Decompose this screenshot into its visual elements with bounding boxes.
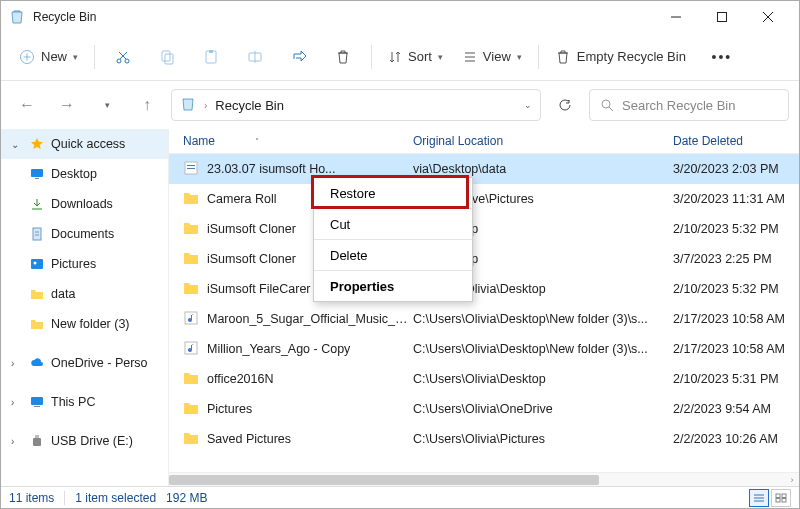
new-button[interactable]: New ▾ [11,39,86,75]
sidebar-item-pictures[interactable]: Pictures [1,249,168,279]
minimize-button[interactable] [653,1,699,33]
sidebar-item-label: data [51,287,75,301]
more-button[interactable]: ••• [702,39,742,75]
view-button[interactable]: View ▾ [455,39,530,75]
column-name[interactable]: Name ˄ [183,134,413,148]
new-label: New [41,49,67,64]
table-row[interactable]: office2016NC:\Users\Olivia\Desktop2/10/2… [169,364,799,394]
back-button[interactable]: ← [11,89,43,121]
column-original-location[interactable]: Original Location [413,134,673,148]
thumbnails-view-button[interactable] [771,489,791,507]
row-name: Pictures [207,402,413,416]
svg-rect-22 [31,169,43,177]
scroll-right-icon[interactable]: › [785,473,799,487]
chevron-down-icon[interactable]: ⌄ [524,100,532,110]
svg-rect-44 [782,498,786,502]
sidebar-item-downloads[interactable]: Downloads [1,189,168,219]
chevron-right-icon: › [204,100,207,111]
sidebar-item-usb[interactable]: › USB Drive (E:) [1,426,168,456]
scrollbar-thumb[interactable] [169,475,599,485]
row-location: C:\Users\Olivia\Desktop [413,372,673,386]
sort-label: Sort [408,49,432,64]
paste-button[interactable] [191,39,231,75]
chevron-down-icon: ⌄ [11,139,23,150]
sidebar-item-label: New folder (3) [51,317,130,331]
table-row[interactable]: Saved PicturesC:\Users\Olivia\Pictures2/… [169,424,799,454]
context-restore[interactable]: Restore [314,178,472,208]
search-icon [600,98,614,112]
row-date: 2/17/2023 10:58 AM [673,312,799,326]
sidebar-item-onedrive[interactable]: › OneDrive - Perso [1,348,168,378]
row-name: office2016N [207,372,413,386]
svg-rect-29 [31,397,43,405]
maximize-button[interactable] [699,1,745,33]
sidebar-item-documents[interactable]: Documents [1,219,168,249]
status-bar: 11 items 1 item selected 192 MB [1,486,799,508]
context-delete[interactable]: Delete [314,240,472,270]
row-date: 2/2/2023 9:54 AM [673,402,799,416]
svg-rect-14 [209,50,213,53]
share-button[interactable] [279,39,319,75]
sort-button[interactable]: Sort ▾ [380,39,451,75]
sidebar-item-this-pc[interactable]: › This PC [1,387,168,417]
folder-icon [29,286,45,302]
svg-point-7 [117,59,121,63]
context-properties[interactable]: Properties [314,271,472,301]
context-menu: Restore Cut Delete Properties [313,177,473,302]
sidebar: ⌄ Quick access Desktop Downloads Documen… [1,129,169,486]
folder-icon [183,280,201,298]
delete-button[interactable] [323,39,363,75]
copy-button[interactable] [147,39,187,75]
table-row[interactable]: iSumsoft Clonervia\Desktop3/7/2023 2:25 … [169,244,799,274]
close-button[interactable] [745,1,791,33]
sidebar-item-new-folder[interactable]: New folder (3) [1,309,168,339]
table-row[interactable]: Million_Years_Ago - CopyC:\Users\Olivia\… [169,334,799,364]
cut-button[interactable] [103,39,143,75]
rename-button[interactable] [235,39,275,75]
svg-rect-32 [35,435,39,438]
sidebar-item-label: This PC [51,395,95,409]
empty-recycle-bin-button[interactable]: Empty Recycle Bin [547,39,694,75]
sidebar-item-desktop[interactable]: Desktop [1,159,168,189]
svg-line-21 [609,107,613,111]
chevron-down-icon: ▾ [517,52,522,62]
up-button[interactable]: ↑ [131,89,163,121]
horizontal-scrollbar[interactable]: › [169,472,799,486]
svg-rect-23 [35,178,39,179]
svg-point-28 [34,262,37,265]
window-title: Recycle Bin [33,10,653,24]
sidebar-item-data[interactable]: data [1,279,168,309]
sidebar-item-label: Pictures [51,257,96,271]
table-row[interactable]: 23.03.07 isumsoft Ho...via\Desktop\data3… [169,154,799,184]
row-name: Saved Pictures [207,432,413,446]
refresh-button[interactable] [549,89,581,121]
table-row[interactable]: Camera Rollvia\OneDrive\Pictures3/20/202… [169,184,799,214]
column-date-deleted[interactable]: Date Deleted [673,134,799,148]
address-bar[interactable]: › Recycle Bin ⌄ [171,89,541,121]
sidebar-item-label: Downloads [51,197,113,211]
row-location: C:\Users\Olivia\Desktop\New folder (3)\s… [413,312,673,326]
column-headers: Name ˄ Original Location Date Deleted [169,129,799,154]
search-placeholder: Search Recycle Bin [622,98,735,113]
forward-button[interactable]: → [51,89,83,121]
row-name: Maroon_5_Sugar_Official_Music_Vi... [207,312,413,326]
status-selected-count: 1 item selected [75,491,156,505]
ellipsis-icon: ••• [712,49,733,65]
row-location: C:\Users\Olivia\Desktop\New folder (3)\s… [413,342,673,356]
context-cut[interactable]: Cut [314,209,472,239]
cloud-icon [29,355,45,371]
breadcrumb[interactable]: Recycle Bin [215,98,284,113]
copy-icon [159,49,175,65]
table-row[interactable]: iSumsoft FileCarerC:\Users\Olivia\Deskto… [169,274,799,304]
chevron-down-icon: ▾ [73,52,78,62]
search-input[interactable]: Search Recycle Bin [589,89,789,121]
table-row[interactable]: PicturesC:\Users\Olivia\OneDrive2/2/2023… [169,394,799,424]
table-row[interactable]: iSumsoft Clonervia\Desktop2/10/2023 5:32… [169,214,799,244]
recent-dropdown[interactable]: ▾ [91,89,123,121]
row-name: Million_Years_Ago - Copy [207,342,413,356]
details-view-button[interactable] [749,489,769,507]
row-date: 3/7/2023 2:25 PM [673,252,799,266]
table-row[interactable]: Maroon_5_Sugar_Official_Music_Vi...C:\Us… [169,304,799,334]
sidebar-item-quick-access[interactable]: ⌄ Quick access [1,129,168,159]
view-icon [463,50,477,64]
